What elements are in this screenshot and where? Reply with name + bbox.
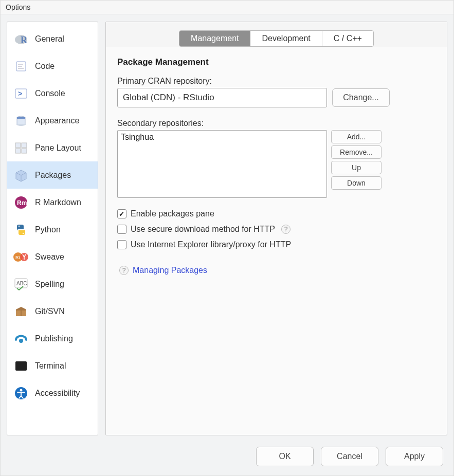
managing-packages-link[interactable]: Managing Packages [133,266,207,275]
sidebar-label: Packages [35,171,71,180]
enable-packages-label: Enable packages pane [131,209,214,218]
svg-rect-12 [15,149,21,153]
sidebar-label: Appearance [35,116,79,125]
svg-rect-11 [22,143,27,148]
sidebar-label: Code [35,62,55,71]
sidebar-label: Publishing [35,334,73,343]
sidebar-item-pane-layout[interactable]: Pane Layout [7,134,98,161]
r-icon: R [13,31,29,47]
tab-management[interactable]: Management [179,31,250,46]
help-icon[interactable]: ? [119,266,129,275]
list-item[interactable]: Tsinghua [121,133,323,142]
sidebar-label: Sweave [35,252,64,262]
terminal-icon [13,358,29,374]
sidebar-label: Accessibility [35,389,80,398]
sidebar-item-publishing[interactable]: Publishing [7,325,98,352]
ie-proxy-label: Use Internet Explorer library/proxy for … [131,240,291,249]
sidebar-label: Pane Layout [35,143,81,153]
sidebar-item-code[interactable]: Code [7,52,98,80]
sidebar-label: R Markdown [35,198,81,207]
svg-point-25 [19,339,23,343]
packages-icon [13,168,29,183]
svg-rect-10 [15,143,21,148]
rmarkdown-icon: Rmd [13,195,29,210]
svg-rect-13 [22,149,27,153]
pane-layout-icon [13,140,29,156]
list-side-buttons: Add... Remove... Up Down [331,130,382,190]
enable-packages-checkbox[interactable] [117,209,126,218]
body-area: R General Code > Console Appear [1,14,453,441]
svg-point-17 [23,232,24,233]
window-title: Options [1,1,453,14]
sidebar-item-python[interactable]: Python [7,216,98,243]
secure-download-checkbox[interactable] [117,225,126,234]
secondary-repo-label: Secondary repositories: [117,119,435,128]
sidebar-label: Python [35,225,61,234]
sidebar-label: General [35,34,64,44]
section-title: Package Management [117,57,435,67]
svg-text:ABC: ABC [16,281,27,286]
svg-rect-9 [17,117,25,119]
main-panel: Management Development C / C++ Package M… [105,22,447,435]
sidebar-item-spelling[interactable]: ABC Spelling [7,270,98,298]
sidebar-item-packages[interactable]: Packages [7,161,98,189]
help-icon[interactable]: ? [281,225,290,234]
python-icon [13,222,29,237]
cancel-button[interactable]: Cancel [321,447,378,466]
sidebar-item-sweave[interactable]: Rnw Sweave [7,243,98,270]
console-icon: > [13,86,29,101]
git-icon [13,304,29,319]
change-button[interactable]: Change... [332,88,390,107]
ie-proxy-checkbox[interactable] [117,240,126,249]
sidebar-item-appearance[interactable]: Appearance [7,107,98,134]
sweave-icon: Rnw [13,249,29,265]
appearance-icon [13,113,29,129]
bottom-button-bar: OK Cancel Apply [1,441,453,475]
svg-point-28 [20,389,23,391]
tabs: Management Development C / C++ [179,30,374,47]
spelling-icon: ABC [13,277,29,292]
ok-button[interactable]: OK [256,447,314,466]
sidebar-label: Spelling [35,280,64,289]
code-icon [13,59,29,74]
secure-download-label: Use secure download method for HTTP [131,225,275,234]
content-area: Package Management Primary CRAN reposito… [106,47,447,435]
sidebar-item-general[interactable]: R General [7,25,98,52]
tab-development[interactable]: Development [250,31,322,46]
sidebar-item-accessibility[interactable]: Accessibility [7,379,98,407]
svg-point-16 [19,225,20,226]
svg-text:>: > [18,89,22,98]
svg-text:Rmd: Rmd [17,199,28,207]
primary-repo-input[interactable] [117,88,327,107]
remove-button[interactable]: Remove... [331,145,382,159]
sidebar-item-git-svn[interactable]: Git/SVN [7,298,98,325]
add-button[interactable]: Add... [331,130,382,143]
apply-button[interactable]: Apply [386,447,443,466]
options-sidebar: R General Code > Console Appear [7,22,98,435]
sidebar-label: Console [35,89,65,98]
sidebar-item-console[interactable]: > Console [7,80,98,107]
down-button[interactable]: Down [331,176,382,190]
accessibility-icon [13,386,29,401]
sidebar-label: Git/SVN [35,307,65,316]
primary-repo-label: Primary CRAN repository: [117,77,435,86]
sidebar-item-rmarkdown[interactable]: Rmd R Markdown [7,189,98,216]
tabs-row: Management Development C / C++ [106,22,447,47]
options-window: Options R General Code > Console [0,0,454,476]
svg-text:R: R [21,35,28,45]
sidebar-label: Terminal [35,361,66,371]
sidebar-item-terminal[interactable]: Terminal [7,352,98,379]
publishing-icon [13,331,29,346]
tab-c-cpp[interactable]: C / C++ [322,31,373,46]
secondary-repos-list[interactable]: Tsinghua [117,130,327,198]
up-button[interactable]: Up [331,161,382,174]
svg-rect-26 [15,361,27,371]
